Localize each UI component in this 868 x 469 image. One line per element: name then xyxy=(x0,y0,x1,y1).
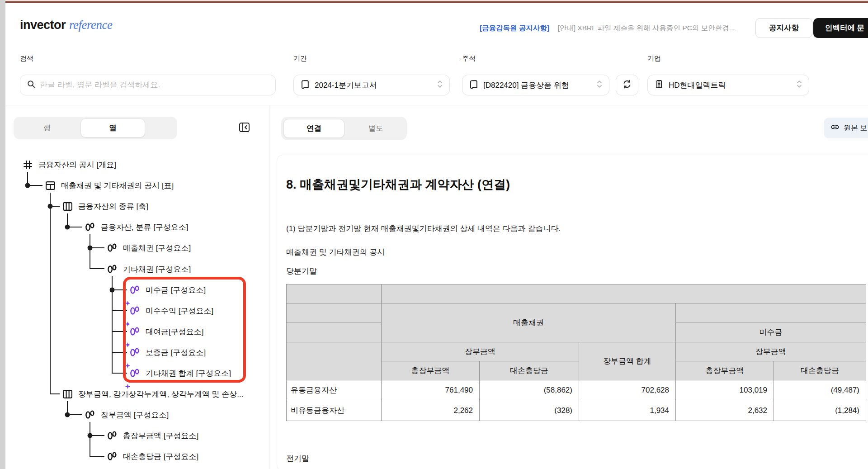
tree-item[interactable]: 대여금[구성요소] xyxy=(130,322,203,341)
group-trade-receivables: 매출채권 xyxy=(382,303,676,342)
search-input[interactable] xyxy=(40,81,269,90)
receivables-table: 매출채권 미수금 장부금액 장부금액 합계 장부금액 총장부금액 대손충당금 총… xyxy=(286,284,866,421)
notice-button[interactable]: 공지사항 xyxy=(755,18,812,38)
footnote-label: 주석 xyxy=(462,54,476,63)
table-icon xyxy=(45,180,56,191)
app-root: invectorreference [금융감독원 공지사항] [안내] XBRL… xyxy=(0,0,868,469)
tree-item[interactable]: 금융자산의 종류 [축] xyxy=(62,197,148,216)
tab-separate[interactable]: 별도 xyxy=(344,117,407,140)
header-notice-links: [금융감독원 공지사항] [안내] XBRL 파일 제출을 위해 사용중인 PC… xyxy=(480,24,735,33)
tree-item[interactable]: 미수수익 [구성요소] xyxy=(130,301,213,320)
axis-toggle: 행 열 xyxy=(14,117,177,139)
table-row: 유동금융자산 761,490 (58,862) 702,628 103,019 … xyxy=(287,380,866,400)
building-icon xyxy=(654,79,664,91)
member-icon xyxy=(107,243,118,253)
cell-value: (58,862) xyxy=(480,380,579,400)
cell-value: (328) xyxy=(480,400,579,421)
cell-value: 2,262 xyxy=(382,400,480,421)
search-box[interactable] xyxy=(20,75,276,95)
tree-item[interactable]: 미수금 [구성요소] xyxy=(130,280,206,299)
cell-value: (49,487) xyxy=(774,380,866,400)
row-label: 유동금융자산 xyxy=(287,380,382,400)
header-divider xyxy=(5,105,868,105)
footnote-select[interactable]: [D822420] 금융상품 위험 xyxy=(462,75,609,95)
tree-item[interactable]: 매출채권 및 기타채권의 공시 [표] xyxy=(45,176,174,195)
swap-arrows-icon xyxy=(622,79,632,91)
member-icon xyxy=(107,431,118,441)
tree-item-label: 매출채권 및 기타채권의 공시 [표] xyxy=(61,180,174,191)
tree-item[interactable]: 금융자산의 공시 [개요] xyxy=(23,155,116,174)
tree-item-label: 금융자산의 종류 [축] xyxy=(78,201,148,212)
tree-item-label: 장부금액 [구성요소] xyxy=(101,410,169,420)
footnote-value: [D822420] 금융상품 위험 xyxy=(483,80,569,90)
note-paragraph: (1) 당분기말과 전기말 현재 매출채권및기타채권의 상세 내역은 다음과 같… xyxy=(286,223,561,234)
period-value: 2024-1분기보고서 xyxy=(315,80,377,90)
tree-item[interactable]: 총장부금액 [구성요소] xyxy=(107,426,198,445)
footnote-scroll-icon xyxy=(469,79,479,91)
group-other-receivables: 미수금 xyxy=(676,322,866,342)
collapse-panel-button[interactable] xyxy=(237,121,251,135)
tree-item-label: 금융자산, 분류 [구성요소] xyxy=(101,222,189,232)
tree-item[interactable]: 기타채권 합계 [구성요소] xyxy=(130,364,231,383)
allowance-header: 대손충당금 xyxy=(480,361,579,380)
row-label: 비유동금융자산 xyxy=(287,400,382,421)
tab-rows[interactable]: 행 xyxy=(14,117,80,139)
tree-item-label: 매출채권 [구성요소] xyxy=(123,243,191,253)
chevron-updown-icon xyxy=(596,79,603,91)
left-edge-strip xyxy=(0,0,5,469)
swap-refresh-button[interactable] xyxy=(616,75,638,95)
tree-item-label: 미수수익 [구성요소] xyxy=(146,306,213,316)
link-icon xyxy=(830,122,840,134)
logo-primary: invector xyxy=(20,18,66,32)
columns-icon xyxy=(62,389,73,399)
tree-item-label: 보증금 [구성요소] xyxy=(146,347,206,358)
member-icon xyxy=(107,451,118,462)
top-accent-line xyxy=(0,1,868,3)
cell-value: 702,628 xyxy=(579,380,676,400)
tree-item[interactable]: 대손충당금 [구성요소] xyxy=(107,447,198,466)
tree-item[interactable]: 매출채권 [구성요소] xyxy=(107,238,191,257)
tree-item-label: 기타채권 [구성요소] xyxy=(123,264,191,275)
view-source-button[interactable]: 원본 보 xyxy=(824,118,868,138)
member-icon xyxy=(85,410,95,420)
tree-item-label: 금융자산의 공시 [개요] xyxy=(38,160,116,170)
tree-item[interactable]: 금융자산, 분류 [구성요소] xyxy=(85,218,189,237)
member-sparkle-icon xyxy=(130,306,140,316)
tab-consolidated[interactable]: 연결 xyxy=(283,119,344,138)
fss-notice-link[interactable]: [금융감독원 공지사항] xyxy=(480,24,549,32)
tab-columns[interactable]: 열 xyxy=(80,118,145,137)
statement-toggle: 연결 별도 xyxy=(281,117,407,140)
chevron-updown-icon xyxy=(796,79,802,91)
period-prior-label: 전기말 xyxy=(286,453,309,464)
member-icon xyxy=(85,222,95,232)
member-sparkle-icon xyxy=(130,347,140,358)
empty-header-cell xyxy=(676,303,866,322)
tree-item-label: 장부금액, 감가상각누계액, 상각누계액 및 손상... xyxy=(78,389,244,399)
xbrl-notice-link[interactable]: [안내] XBRL 파일 제출을 위해 사용중인 PC의 보안환경... xyxy=(557,24,735,32)
tree-item-label: 대여금[구성요소] xyxy=(146,327,203,337)
book-value-header: 장부금액 xyxy=(382,342,579,361)
period-current-label: 당분기말 xyxy=(286,266,317,276)
tree-item-label: 총장부금액 [구성요소] xyxy=(123,431,198,441)
tree-item-label: 기타채권 합계 [구성요소] xyxy=(146,368,231,379)
tree-item[interactable]: 기타채권 [구성요소] xyxy=(107,260,191,279)
empty-header-cell xyxy=(287,284,382,303)
cell-value: 2,632 xyxy=(676,400,774,421)
contact-button[interactable]: 인벡터에 문 xyxy=(813,18,868,38)
collapse-panel-icon xyxy=(238,121,250,135)
member-sparkle-icon xyxy=(130,327,140,337)
empty-header-cell xyxy=(287,322,382,342)
report-scroll-icon xyxy=(300,79,310,91)
company-select[interactable]: HD현대일렉트릭 xyxy=(647,75,809,95)
tree-item[interactable]: 장부금액, 감가상각누계액, 상각누계액 및 손상... xyxy=(62,384,244,403)
member-sparkle-icon xyxy=(130,368,140,379)
hash-icon xyxy=(23,160,33,170)
tree-item[interactable]: 장부금액 [구성요소] xyxy=(85,405,169,424)
panel-divider xyxy=(269,105,269,469)
tree-item[interactable]: 보증금 [구성요소] xyxy=(130,343,206,362)
company-label: 기업 xyxy=(647,54,661,63)
book-value-header: 장부금액 xyxy=(676,342,866,361)
note-title: 8. 매출채권및기타채권과 계약자산 (연결) xyxy=(286,176,510,193)
period-select[interactable]: 2024-1분기보고서 xyxy=(293,75,450,95)
member-sparkle-icon xyxy=(130,285,140,295)
